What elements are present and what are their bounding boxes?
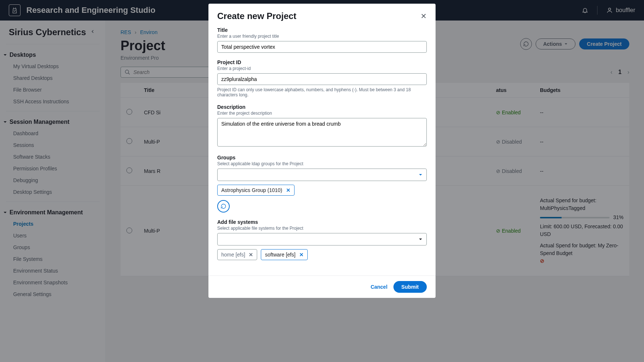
filesystems-help: Select applicable file systems for the P… xyxy=(217,226,427,231)
submit-button[interactable]: Submit xyxy=(393,281,427,293)
project-id-constraint: Project ID can only use lowercase alphab… xyxy=(217,87,427,97)
project-id-label: Project ID xyxy=(217,59,427,65)
filesystems-select[interactable] xyxy=(217,233,427,245)
create-project-modal: Create new Project ✕ Title Enter a user … xyxy=(208,4,436,298)
groups-help: Select applicable ldap groups for the Pr… xyxy=(217,161,427,166)
filesystem-tag-software: software [efs] ✕ xyxy=(261,249,307,260)
groups-label: Groups xyxy=(217,155,427,160)
groups-select[interactable] xyxy=(217,169,427,181)
filesystems-label: Add file systems xyxy=(217,219,427,225)
modal-overlay: Create new Project ✕ Title Enter a user … xyxy=(0,0,644,362)
remove-tag-icon[interactable]: ✕ xyxy=(249,252,253,258)
description-help: Enter the project description xyxy=(217,111,427,116)
modal-title: Create new Project xyxy=(217,11,296,21)
project-id-input[interactable] xyxy=(217,73,427,85)
remove-tag-icon[interactable]: ✕ xyxy=(286,187,290,193)
description-input[interactable] xyxy=(217,118,427,147)
caret-down-icon xyxy=(418,237,423,241)
title-label: Title xyxy=(217,27,427,33)
title-input[interactable] xyxy=(217,41,427,53)
caret-down-icon xyxy=(418,173,423,177)
project-id-help: Enter a project-id xyxy=(217,66,427,71)
cancel-button[interactable]: Cancel xyxy=(371,284,388,290)
filesystem-tag-home: home [efs] ✕ xyxy=(217,249,257,260)
group-tag: Astrophysics Group (1010) ✕ xyxy=(217,185,295,196)
title-help: Enter a user friendly project title xyxy=(217,34,427,39)
refresh-groups-button[interactable] xyxy=(217,200,230,213)
close-icon[interactable]: ✕ xyxy=(421,12,427,21)
description-label: Description xyxy=(217,104,427,110)
remove-tag-icon[interactable]: ✕ xyxy=(299,252,304,258)
